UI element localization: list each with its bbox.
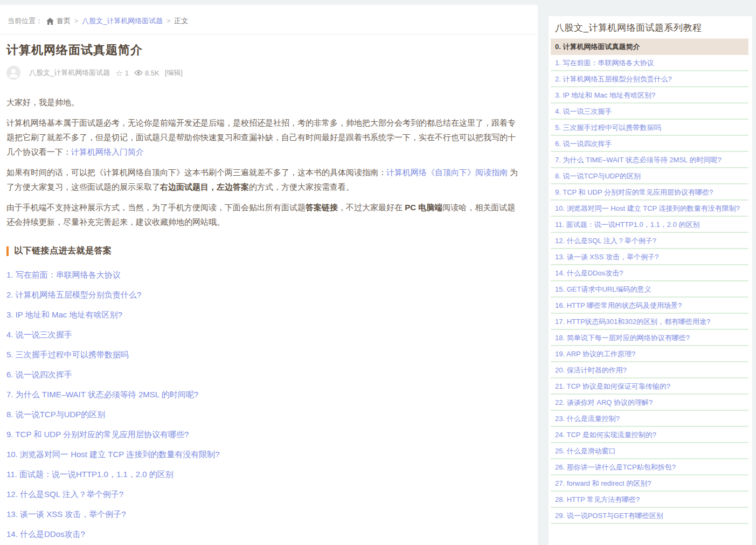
breadcrumb-home-link[interactable]: 首页 [46,16,71,26]
breadcrumb-separator: > [167,17,170,25]
answer-link[interactable]: 8. 说一说TCP与UDP的区别 [6,410,523,418]
text-run: PC 电脑端 [405,203,442,212]
answer-link[interactable]: 3. IP 地址和 Mac 地址有啥区别? [6,311,523,319]
main-content-card: 当前位置： 首页 > 八股文_计算机网络面试题 > 正文 计算机网络面试真题简介… [0,5,538,545]
view-stat: 8.5K [134,69,159,77]
sidebar-item-active[interactable]: 0. 计算机网络面试真题简介 [551,39,748,55]
sidebar-item[interactable]: 11. 面试题：说一说HTTP1.0，1.1，2.0 的区别 [551,217,748,233]
answer-link[interactable]: 14. 什么是DDos攻击? [6,530,523,538]
paragraph: 由于手机端不支持这种展示方式，当然，为了手机方便阅读，下面会贴出所有面试题答案链… [6,200,523,229]
answer-link-list: 1. 写在前面：串联网络各大协议2. 计算机网络五层模型分别负责什么?3. IP… [6,271,523,545]
avatar [6,66,20,80]
answer-link[interactable]: 12. 什么是SQL 注入？举个例子? [6,490,523,498]
star-count: 1 [125,69,129,77]
paragraph: 大家好，我是帅地。 [6,95,523,109]
sidebar-item[interactable]: 2. 计算机网络五层模型分别负责什么? [551,71,748,87]
sidebar-item[interactable]: 27. forward 和 redirect 的区别? [551,475,748,492]
sidebar-item[interactable]: 4. 说一说三次握手 [551,104,748,120]
breadcrumb-home-label: 首页 [57,16,71,26]
sidebar-item[interactable]: 5. 三次握手过程中可以携带数据吗 [551,120,748,136]
answer-link[interactable]: 4. 说一说三次握手 [6,330,523,339]
sidebar-item[interactable]: 1. 写在前面：串联网络各大协议 [551,55,748,71]
sidebar-item[interactable]: 9. TCP 和 UDP 分别对应的常见应用层协议有哪些? [551,184,748,201]
article-meta: 八股文_计算机网络面试题 ☆ 1 8.5K [编辑] [6,66,523,80]
sidebar-item[interactable]: 22. 谈谈你对 ARQ 协议的理解? [551,395,748,411]
text-run: 右边面试题目，左边答案 [160,182,249,191]
star-icon: ☆ [115,69,122,77]
sidebar-item[interactable]: 3. IP 地址和 Mac 地址有啥区别? [551,87,748,104]
eye-icon [134,70,143,76]
home-icon [46,18,54,25]
section-accent-bar [6,246,9,256]
sidebar-item[interactable]: 14. 什么是DDos攻击? [551,265,748,281]
article: 计算机网络面试真题简介 八股文_计算机网络面试题 ☆ 1 8.5K [编辑] 大… [0,42,538,545]
sidebar-item[interactable]: 29. 说一说POST与GET有哪些区别 [551,508,748,524]
sidebar-item[interactable]: 6. 说一说四次挥手 [551,136,748,152]
inline-link[interactable]: 计算机网络《自顶向下》阅读指南 [386,168,508,177]
edit-link[interactable]: [编辑] [165,68,183,78]
sidebar-item[interactable]: 15. GET请求中URL编码的意义 [551,281,748,298]
answer-link[interactable]: 2. 计算机网络五层模型分别负责什么? [6,291,523,299]
sidebar-item[interactable]: 25. 什么是滑动窗口 [551,443,748,459]
sidebar-item[interactable]: 26. 那你讲一讲什么是TCP粘包和拆包? [551,459,748,475]
sidebar-item[interactable]: 13. 谈一谈 XSS 攻击，举个例子? [551,249,748,265]
sidebar-item[interactable]: 10. 浏览器对同一 Host 建立 TCP 连接到的数量有没有限制? [551,201,748,217]
sidebar-item[interactable]: 12. 什么是SQL 注入？举个例子? [551,233,748,249]
page-title: 计算机网络面试真题简介 [6,42,523,58]
answer-link[interactable]: 9. TCP 和 UDP 分别对应的常见应用层协议有哪些? [6,430,523,438]
breadcrumb-separator: > [74,17,78,25]
sidebar-item[interactable]: 19. ARP 协议的工作原理? [551,346,748,362]
answer-link[interactable]: 13. 谈一谈 XSS 攻击，举个例子? [6,510,523,518]
answer-link[interactable]: 1. 写在前面：串联网络各大协议 [6,271,523,279]
paragraph: 计算机网络基本属于面试题必考，无论你是前端开发还是后端，是校招还是社招，考的非常… [6,115,523,159]
view-count: 8.5K [145,69,159,77]
answer-link[interactable]: 5. 三次握手过程中可以携带数据吗 [6,350,523,358]
star-stat[interactable]: ☆ 1 [115,69,129,77]
sidebar-item[interactable]: 17. HTTP状态码301和302的区别，都有哪些用途? [551,314,748,330]
answer-link[interactable]: 6. 说一说四次挥手 [6,370,523,378]
sidebar-item-list: 1. 写在前面：串联网络各大协议2. 计算机网络五层模型分别负责什么?3. IP… [549,55,752,524]
breadcrumb: 当前位置： 首页 > 八股文_计算机网络面试题 > 正文 [1,5,537,35]
section-title: 以下链接点进去就是答案 [14,245,112,257]
sidebar-item[interactable]: 23. 什么是流量控制? [551,411,748,427]
text-run: 如果有时间的话，可以把《计算机网络自顶向下》这本书刷个两三遍就差不多了，这本书的… [6,168,386,177]
breadcrumb-current: 正文 [174,16,188,26]
sidebar-item[interactable]: 21. TCP 协议是如何保证可靠传输的? [551,378,748,395]
text-run: 大家好，我是帅地。 [6,98,79,107]
answer-link[interactable]: 11. 面试题：说一说HTTP1.0，1.1，2.0 的区别 [6,470,523,478]
text-run: ，不过大家最好在 [338,203,405,212]
author-name: 八股文_计算机网络面试题 [29,68,110,78]
sidebar: 八股文_计算机网络面试题系列教程 0. 计算机网络面试真题简介 1. 写在前面：… [549,16,752,545]
sidebar-item[interactable]: 24. TCP 是如何实现流量控制的? [551,427,748,443]
sidebar-item[interactable]: 16. HTTP 哪些常用的状态码及使用场景? [551,298,748,314]
text-run: 由于手机端不支持这种展示方式，当然，为了手机方便阅读，下面会贴出所有面试题 [6,203,306,212]
sidebar-item[interactable]: 8. 说一说TCP与UDP的区别 [551,168,748,184]
article-body: 大家好，我是帅地。 计算机网络基本属于面试题必考，无论你是前端开发还是后端，是校… [6,95,523,229]
sidebar-item[interactable]: 18. 简单说下每一层对应的网络协议有哪些? [551,330,748,346]
breadcrumb-category-link[interactable]: 八股文_计算机网络面试题 [82,16,163,26]
text-run: 的方式，方便大家按需查看。 [249,182,354,191]
answer-link[interactable]: 10. 浏览器对同一 Host 建立 TCP 连接到的数量有没有限制? [6,450,523,458]
sidebar-title: 八股文_计算机网络面试题系列教程 [549,16,752,39]
inline-link[interactable]: 计算机网络入门简介 [71,147,144,156]
text-run: 答案链接 [306,203,338,212]
sidebar-item[interactable]: 20. 保活计时器的作用? [551,362,748,378]
sidebar-item[interactable]: 7. 为什么 TIME–WAIT 状态必须等待 2MSL 的时间呢? [551,152,748,168]
answer-link[interactable]: 7. 为什么 TIME–WAIT 状态必须等待 2MSL 的时间呢? [6,390,523,398]
paragraph: 如果有时间的话，可以把《计算机网络自顶向下》这本书刷个两三遍就差不多了，这本书的… [6,165,523,194]
section-header: 以下链接点进去就是答案 [6,245,523,257]
sidebar-item[interactable]: 28. HTTP 常见方法有哪些? [551,492,748,508]
breadcrumb-label: 当前位置： [8,16,43,26]
